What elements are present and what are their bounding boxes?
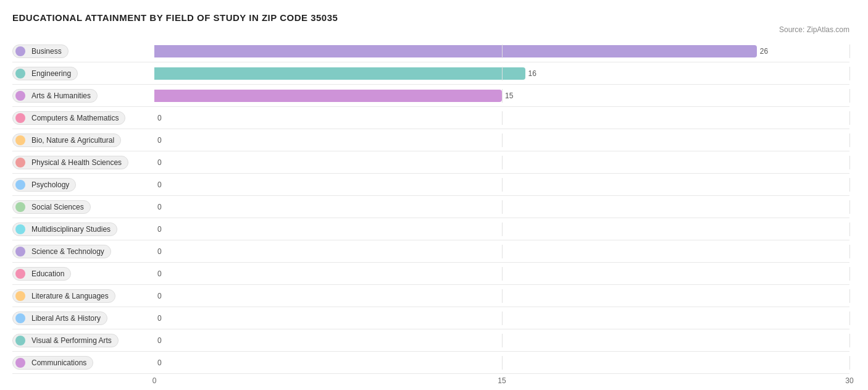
field-label: Literature & Languages [31,292,109,300]
bar-container: 0 [154,223,849,236]
label-pill: Computers & Mathematics [12,111,154,125]
bar-row: Engineering16 [12,62,849,85]
label-pill: Business [12,45,154,58]
grid-line [849,267,850,281]
bar-container: 0 [154,245,849,258]
bar-container: 0 [154,134,849,147]
bar-row: Communications0 [12,352,849,374]
bar-row: Bio, Nature & Agricultural0 [12,129,849,151]
bar-container: 0 [154,111,849,125]
bar-row: Multidisciplinary Studies0 [12,218,849,240]
field-label: Business [31,47,62,56]
bar-row: Psychology0 [12,174,849,196]
bar-row: Liberal Arts & History0 [12,307,849,329]
bar-row: Education0 [12,263,849,285]
bar-row: Visual & Performing Arts0 [12,329,849,352]
label-pill: Social Sciences [12,200,154,214]
bar-container: 15 [154,89,849,103]
field-dot [15,158,25,167]
label-pill: Literature & Languages [12,289,154,303]
grid-line [849,245,850,258]
grid-line [502,289,503,303]
label-pill: Engineering [12,67,154,80]
field-dot [15,180,25,190]
grid-line [849,289,850,303]
bar-value-label: 26 [760,47,768,56]
field-dot [15,247,25,256]
bar-container: 0 [154,356,849,370]
bar-value-label: 0 [157,136,162,145]
bar-value-label: 0 [157,158,162,167]
bar-value-label: 0 [157,114,162,122]
chart-title: EDUCATIONAL ATTAINMENT BY FIELD OF STUDY… [12,12,849,23]
bar-row: Science & Technology0 [12,240,849,263]
grid-line [849,356,850,370]
grid-line [502,134,503,147]
x-tick-label: 15 [498,376,506,385]
field-dot [15,135,25,145]
bar-row: Physical & Health Sciences0 [12,151,849,174]
field-label: Science & Technology [31,247,104,256]
field-label: Psychology [31,180,69,189]
field-dot [15,91,25,101]
label-pill: Arts & Humanities [12,89,154,103]
bar-value-label: 16 [528,69,536,78]
grid-line [849,89,850,103]
bar-row: Literature & Languages0 [12,285,849,307]
grid-line [502,111,503,125]
grid-line [502,200,503,214]
grid-line [849,200,850,214]
grid-line [849,67,850,80]
field-dot [15,269,25,279]
field-label: Physical & Health Sciences [31,158,122,167]
chart-area: Business26Engineering16Arts & Humanities… [12,40,849,389]
label-pill: Science & Technology [12,245,154,258]
field-dot [15,69,25,78]
field-dot [15,113,25,123]
bar-container: 26 [154,45,849,58]
field-label: Visual & Performing Arts [31,336,112,345]
grid-line [502,245,503,258]
label-pill: Psychology [12,178,154,192]
x-tick-label: 0 [152,376,157,385]
grid-line [502,89,503,103]
bar-container: 16 [154,67,849,80]
field-label: Arts & Humanities [31,91,91,100]
grid-line [849,45,850,58]
bar-row: Business26 [12,40,849,62]
bar-container: 0 [154,334,849,347]
label-pill: Multidisciplinary Studies [12,223,154,236]
bar-value-label: 0 [157,247,162,256]
grid-line [849,178,850,192]
field-label: Liberal Arts & History [31,314,101,323]
grid-line [849,156,850,169]
grid-line [849,223,850,236]
bar-row: Social Sciences0 [12,196,849,218]
label-pill: Education [12,267,154,281]
bar-fill [154,45,757,57]
bar-value-label: 0 [157,269,162,278]
x-axis: 01530 [154,376,849,389]
field-dot [15,313,25,323]
label-pill: Physical & Health Sciences [12,156,154,169]
grid-line [502,156,503,169]
grid-line [502,356,503,370]
field-label: Social Sciences [31,203,84,211]
bar-value-label: 15 [505,91,513,100]
field-label: Bio, Nature & Agricultural [31,136,114,145]
field-label: Communications [31,358,86,367]
label-pill: Visual & Performing Arts [12,334,154,347]
bar-value-label: 0 [157,336,162,345]
grid-line [502,223,503,236]
bar-value-label: 0 [157,314,162,323]
grid-line [502,334,503,347]
grid-line [502,178,503,192]
field-dot [15,202,25,212]
grid-line [502,45,503,58]
grid-line [849,334,850,347]
field-label: Engineering [31,69,71,78]
bar-container: 0 [154,267,849,281]
grid-line [849,312,850,325]
grid-line [849,134,850,147]
bar-value-label: 0 [157,180,162,189]
